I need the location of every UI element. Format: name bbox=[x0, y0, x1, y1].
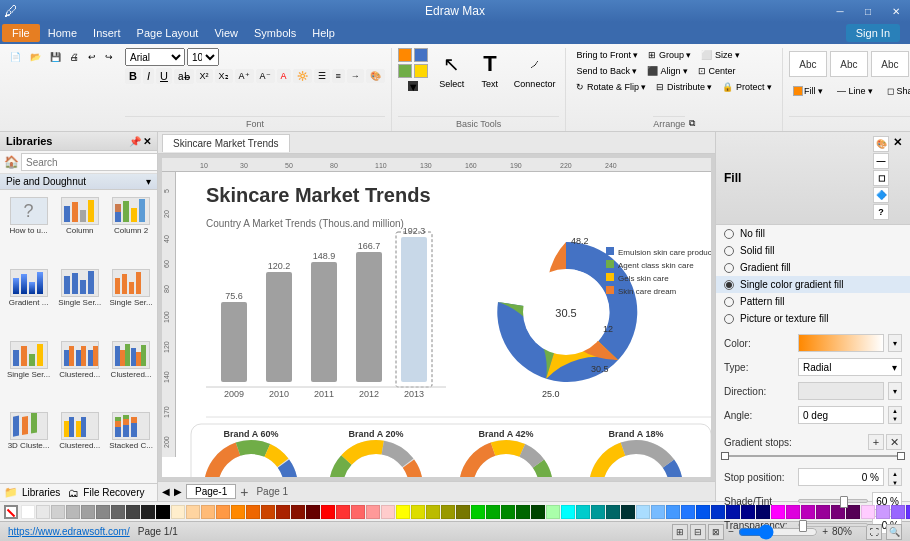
fill-option-picture[interactable]: Picture or texture fill bbox=[716, 310, 910, 327]
text-tool-button[interactable]: T Text bbox=[472, 48, 508, 91]
bold-button[interactable]: B bbox=[125, 68, 141, 84]
fill-close-button[interactable]: ✕ bbox=[893, 136, 902, 220]
type-value-dropdown[interactable]: Radial ▾ bbox=[798, 358, 902, 376]
color-swatch[interactable] bbox=[801, 505, 815, 519]
strikethrough-button[interactable]: ab̶ bbox=[174, 69, 194, 84]
home-icon[interactable]: 🏠 bbox=[4, 155, 19, 169]
color-swatch[interactable] bbox=[756, 505, 770, 519]
fill-icon-5[interactable]: ? bbox=[873, 204, 889, 220]
menu-view[interactable]: View bbox=[206, 25, 246, 41]
fill-option-pattern[interactable]: Pattern fill bbox=[716, 293, 910, 310]
color-swatch[interactable] bbox=[696, 505, 710, 519]
stop-position-spinner[interactable]: ▲ ▼ bbox=[888, 468, 902, 486]
fit-screen-button[interactable]: ⛶ bbox=[866, 524, 882, 540]
decrease-font-button[interactable]: A⁻ bbox=[256, 69, 275, 83]
new-button[interactable]: 📄 bbox=[6, 50, 25, 64]
list-item[interactable]: Column 2 bbox=[106, 194, 156, 264]
print-button[interactable]: 🖨 bbox=[66, 50, 83, 64]
color-swatch[interactable] bbox=[261, 505, 275, 519]
gradient-stop-right[interactable] bbox=[897, 452, 905, 460]
shade-tint-thumb[interactable] bbox=[840, 496, 848, 508]
color-swatch[interactable] bbox=[96, 505, 110, 519]
underline-button[interactable]: U bbox=[156, 68, 172, 84]
color-swatch[interactable] bbox=[816, 505, 830, 519]
color-swatch[interactable] bbox=[681, 505, 695, 519]
save-button[interactable]: 💾 bbox=[46, 50, 65, 64]
undo-button[interactable]: ↩ bbox=[84, 50, 100, 64]
color-swatch[interactable] bbox=[336, 505, 350, 519]
color-swatch[interactable] bbox=[711, 505, 725, 519]
color-swatch[interactable] bbox=[546, 505, 560, 519]
color-swatch[interactable] bbox=[186, 505, 200, 519]
fill-icon-1[interactable]: 🎨 bbox=[873, 136, 889, 152]
color-swatch[interactable] bbox=[891, 505, 905, 519]
color-swatch[interactable] bbox=[36, 505, 50, 519]
open-button[interactable]: 📂 bbox=[26, 50, 45, 64]
list-bullet-button[interactable]: ☰ bbox=[314, 69, 330, 83]
color-swatch[interactable] bbox=[411, 505, 425, 519]
fill-option-gradient[interactable]: Gradient fill bbox=[716, 259, 910, 276]
color-swatch[interactable] bbox=[366, 505, 380, 519]
canvas-tab-skincare[interactable]: Skincare Market Trends bbox=[162, 134, 290, 152]
color-swatch[interactable] bbox=[441, 505, 455, 519]
color-swatch[interactable] bbox=[381, 505, 395, 519]
color-swatch[interactable] bbox=[126, 505, 140, 519]
font-size-select[interactable]: 10 bbox=[187, 48, 219, 66]
fill-option-single-color[interactable]: Single color gradient fill bbox=[716, 276, 910, 293]
list-item[interactable]: ? How to u... bbox=[4, 194, 53, 264]
transparency-thumb[interactable] bbox=[799, 520, 807, 532]
subscript-button[interactable]: X₂ bbox=[215, 69, 233, 83]
transparency-track[interactable] bbox=[798, 523, 868, 527]
color-swatch[interactable] bbox=[741, 505, 755, 519]
highlight-button[interactable]: 🔆 bbox=[293, 69, 312, 83]
list-item[interactable]: 3D Cluste... bbox=[4, 409, 53, 479]
search-button-status[interactable]: 🔍 bbox=[886, 524, 902, 540]
protect-button[interactable]: 🔒 Protect ▾ bbox=[718, 80, 776, 94]
distribute-button[interactable]: ⊟ Distribute ▾ bbox=[652, 80, 716, 94]
fill-option-solid[interactable]: Solid fill bbox=[716, 242, 910, 259]
color-swatch[interactable] bbox=[396, 505, 410, 519]
scroll-right-button[interactable]: ▶ bbox=[174, 486, 182, 497]
color-swatch[interactable] bbox=[516, 505, 530, 519]
color-value-box[interactable] bbox=[798, 334, 884, 352]
arrange-expand-button[interactable]: ⧉ bbox=[689, 118, 695, 129]
redo-button[interactable]: ↪ bbox=[101, 50, 117, 64]
menu-symbols[interactable]: Symbols bbox=[246, 25, 304, 41]
color-swatch[interactable] bbox=[81, 505, 95, 519]
zoom-minus[interactable]: − bbox=[728, 526, 734, 537]
color-swatch[interactable] bbox=[771, 505, 785, 519]
color-swatch[interactable] bbox=[726, 505, 740, 519]
signin-button[interactable]: Sign In bbox=[846, 24, 900, 42]
color-swatch[interactable] bbox=[51, 505, 65, 519]
select-tool-button[interactable]: ↖ Select bbox=[434, 48, 470, 91]
list-item[interactable]: Single Ser... bbox=[106, 266, 156, 336]
connector-tool-button[interactable]: ⟋ Connector bbox=[510, 48, 560, 91]
line-style-button[interactable]: — Line ▾ bbox=[833, 84, 877, 98]
close-button[interactable]: ✕ bbox=[882, 0, 910, 22]
add-stop-button[interactable]: + bbox=[868, 434, 884, 450]
text-color-button[interactable]: 🎨 bbox=[366, 69, 385, 83]
color-square-blue[interactable] bbox=[414, 48, 428, 62]
color-swatch[interactable] bbox=[591, 505, 605, 519]
color-swatch[interactable] bbox=[201, 505, 215, 519]
libraries-pin-button[interactable]: 📌 bbox=[129, 136, 141, 147]
color-swatch[interactable] bbox=[651, 505, 665, 519]
list-item[interactable]: Stacked C... bbox=[106, 409, 156, 479]
menu-insert[interactable]: Insert bbox=[85, 25, 129, 41]
color-swatch[interactable] bbox=[321, 505, 335, 519]
menu-page-layout[interactable]: Page Layout bbox=[129, 25, 207, 41]
fill-icon-3[interactable]: ◻ bbox=[873, 170, 889, 186]
fill-option-no-fill[interactable]: No fill bbox=[716, 225, 910, 242]
color-swatch[interactable] bbox=[426, 505, 440, 519]
view-mode-fit[interactable]: ⊟ bbox=[690, 524, 706, 540]
color-swatch[interactable] bbox=[21, 505, 35, 519]
list-item[interactable]: Clustered... bbox=[106, 338, 156, 408]
shade-tint-track[interactable] bbox=[798, 499, 868, 503]
color-swatch[interactable] bbox=[456, 505, 470, 519]
color-square-orange[interactable] bbox=[398, 48, 412, 62]
arrow-down-icon[interactable]: ▼ bbox=[408, 81, 418, 91]
italic-button[interactable]: I bbox=[143, 68, 154, 84]
size-button[interactable]: ⬜ Size ▾ bbox=[697, 48, 744, 62]
send-to-back-button[interactable]: Send to Back ▾ bbox=[572, 64, 641, 78]
rotate-flip-button[interactable]: ↻ Rotate & Flip ▾ bbox=[572, 80, 650, 94]
